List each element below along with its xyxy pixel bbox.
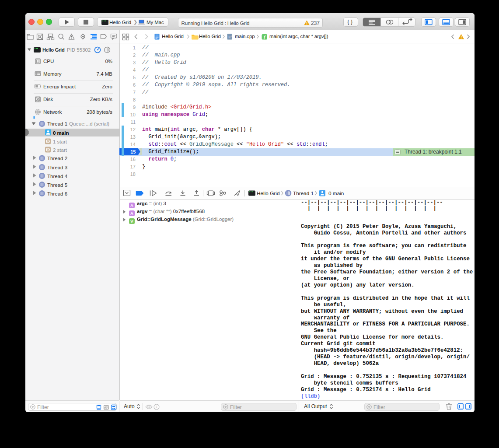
svg-text:i: i <box>156 405 157 409</box>
svg-text:15: 15 <box>130 149 136 154</box>
svg-text:+: + <box>230 35 232 37</box>
